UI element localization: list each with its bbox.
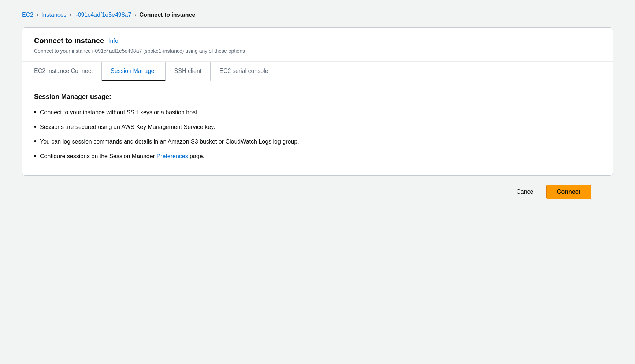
card-title: Connect to instance	[34, 37, 104, 45]
session-manager-content: Session Manager usage: Connect to your i…	[22, 81, 613, 175]
breadcrumb-sep-3: ›	[134, 11, 136, 19]
bullet-dot-3	[34, 140, 36, 142]
tabs-list: EC2 Instance Connect Session Manager SSH…	[34, 62, 601, 81]
footer: Cancel Connect	[22, 176, 613, 208]
tab-ec2-serial-console[interactable]: EC2 serial console	[211, 62, 277, 81]
tabs-container: EC2 Instance Connect Session Manager SSH…	[22, 62, 613, 81]
breadcrumb: EC2 › Instances › i-091c4adf1e5e498a7 › …	[22, 11, 613, 19]
breadcrumb-sep-1: ›	[36, 11, 38, 19]
info-link[interactable]: Info	[108, 38, 118, 44]
bullet-list: Connect to your instance without SSH key…	[34, 108, 601, 161]
tab-ssh-client[interactable]: SSH client	[166, 62, 211, 81]
bullet-text-1: Connect to your instance without SSH key…	[40, 108, 199, 117]
bullet-dot-2	[34, 126, 36, 128]
card-subtitle: Connect to your instance i-091c4adf1e5e4…	[34, 48, 601, 54]
breadcrumb-ec2[interactable]: EC2	[22, 12, 33, 18]
main-card: Connect to instance Info Connect to your…	[22, 27, 613, 176]
bullet-text-4-before: Configure sessions on the Session Manage…	[40, 153, 156, 159]
tab-ec2-instance-connect[interactable]: EC2 Instance Connect	[34, 62, 102, 81]
cancel-button[interactable]: Cancel	[510, 186, 541, 198]
bullet-text-4-after: page.	[188, 153, 204, 159]
connect-button[interactable]: Connect	[546, 185, 591, 199]
bullet-dot-1	[34, 111, 36, 113]
bullet-text-4: Configure sessions on the Session Manage…	[40, 152, 204, 161]
bullet-item-2: Sessions are secured using an AWS Key Ma…	[34, 123, 601, 131]
card-header: Connect to instance Info Connect to your…	[22, 28, 613, 62]
bullet-item-1: Connect to your instance without SSH key…	[34, 108, 601, 117]
bullet-dot-4	[34, 155, 36, 157]
bullet-item-4: Configure sessions on the Session Manage…	[34, 152, 601, 161]
section-title: Session Manager usage:	[34, 93, 601, 101]
breadcrumb-instance-id[interactable]: i-091c4adf1e5e498a7	[75, 12, 131, 18]
breadcrumb-current: Connect to instance	[139, 12, 195, 18]
bullet-text-2: Sessions are secured using an AWS Key Ma…	[40, 123, 215, 131]
bullet-item-3: You can log session commands and details…	[34, 137, 601, 146]
tab-session-manager[interactable]: Session Manager	[102, 62, 166, 81]
bullet-text-3: You can log session commands and details…	[40, 137, 299, 146]
breadcrumb-sep-2: ›	[70, 11, 72, 19]
preferences-link[interactable]: Preferences	[156, 153, 188, 159]
breadcrumb-instances[interactable]: Instances	[41, 12, 66, 18]
